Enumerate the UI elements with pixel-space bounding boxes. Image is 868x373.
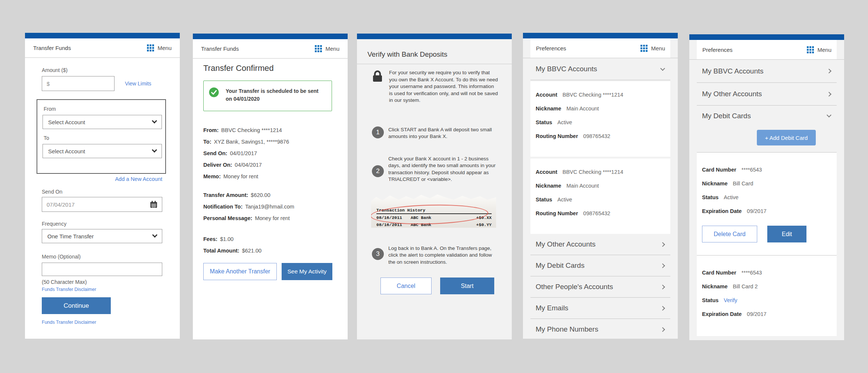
memo-hint: (50 Character Max) bbox=[42, 279, 180, 285]
see-my-activity-button[interactable]: See My Activity bbox=[282, 263, 332, 280]
chevron-down-icon bbox=[827, 113, 831, 117]
detail-row: Notification To:Tanja19@hmail.com bbox=[203, 203, 337, 210]
to-account-select[interactable]: Select Account bbox=[43, 144, 162, 158]
menu-grid-icon bbox=[640, 45, 648, 52]
verify-bank-deposits-panel: Verify with Bank Deposits For your secur… bbox=[357, 34, 512, 339]
from-label: From bbox=[44, 106, 162, 112]
funds-transfer-disclaimer-link-2[interactable]: Funds Transfer Disclaimer bbox=[42, 320, 96, 325]
debit-card-card: Card Number****6543 NicknameBill Card St… bbox=[697, 153, 837, 255]
add-debit-card-button[interactable]: + Add Debit Card bbox=[757, 130, 816, 145]
edit-card-button[interactable]: Edit bbox=[767, 226, 806, 242]
chevron-down-icon bbox=[152, 118, 157, 123]
success-alert-text: Your Transfer is scheduled to be sent on… bbox=[226, 87, 319, 103]
transaction-history-image: Transaction History 08/16/2011 ABC Bank … bbox=[371, 193, 496, 228]
frequency-label: Frequency bbox=[42, 221, 180, 227]
detail-row: Personal Message:Money for rent bbox=[203, 215, 337, 222]
to-label: To bbox=[44, 135, 162, 141]
chevron-down-icon bbox=[660, 66, 665, 71]
detail-row: Total Amount:$621.00 bbox=[203, 247, 337, 254]
calendar-icon[interactable] bbox=[150, 201, 157, 208]
chevron-right-icon bbox=[660, 327, 665, 332]
menu-label: Menu bbox=[817, 47, 831, 53]
step-1-text: Click START and Bank A will deposit two … bbox=[388, 126, 500, 140]
memo-input[interactable] bbox=[42, 263, 162, 276]
app-top-bar bbox=[25, 33, 180, 38]
menu-button[interactable]: Menu bbox=[807, 46, 831, 53]
step-3-text: Log back in to Bank A. On the Transfers … bbox=[388, 245, 500, 266]
verify-status-link[interactable]: Verify bbox=[724, 297, 737, 303]
menu-label: Menu bbox=[651, 45, 665, 51]
app-top-bar bbox=[689, 34, 844, 40]
delete-card-button[interactable]: Delete Card bbox=[702, 226, 757, 242]
check-circle-icon bbox=[209, 87, 219, 97]
view-limits-link[interactable]: View Limits bbox=[125, 81, 151, 87]
section-my-bbvc-accounts[interactable]: My BBVC Accounts bbox=[530, 58, 670, 80]
section-my-other-accounts[interactable]: My Other Accounts bbox=[530, 234, 670, 255]
app-top-bar bbox=[523, 33, 678, 38]
lock-icon bbox=[372, 70, 383, 83]
menu-button[interactable]: Menu bbox=[640, 45, 665, 52]
account-card: AccountBBVC Checking ****1214 NicknameMa… bbox=[530, 159, 670, 234]
cancel-button[interactable]: Cancel bbox=[380, 278, 432, 294]
chevron-right-icon bbox=[660, 285, 665, 289]
chevron-right-icon bbox=[660, 306, 665, 311]
chevron-down-icon bbox=[152, 147, 157, 153]
step-2-text: Check your Bank X account in 1 - 2 busin… bbox=[388, 156, 500, 183]
menu-grid-icon bbox=[807, 46, 814, 53]
section-other-peoples-accounts[interactable]: Other People's Accounts bbox=[530, 276, 670, 297]
divider bbox=[530, 80, 670, 80]
add-new-account-link[interactable]: Add a New Account bbox=[115, 176, 162, 182]
from-select-value: Select Account bbox=[48, 119, 85, 125]
divider bbox=[357, 64, 512, 64]
confirmed-title: Transfer Confirmed bbox=[203, 63, 337, 73]
funds-transfer-disclaimer-link[interactable]: Funds Transfer Disclaimer bbox=[42, 287, 96, 292]
debit-card-card: Card Number****6543 NicknameBill Card 2 … bbox=[697, 256, 837, 336]
amount-input[interactable]: $ bbox=[42, 76, 115, 91]
from-account-select[interactable]: Select Account bbox=[43, 115, 162, 129]
frequency-select[interactable]: One Time Transfer bbox=[42, 229, 162, 243]
verify-intro-text: For your security we require you to veri… bbox=[389, 69, 498, 104]
page-title: Preferences bbox=[702, 47, 733, 53]
detail-row: Memo:Money for rent bbox=[203, 173, 337, 180]
send-on-value: 07/04/2017 bbox=[47, 201, 75, 208]
section-my-debit-cards[interactable]: My Debit Cards bbox=[530, 255, 670, 276]
make-another-transfer-button[interactable]: Make Another Transfer bbox=[203, 263, 277, 280]
amount-placeholder: $ bbox=[47, 81, 50, 87]
from-to-group: From Select Account To Select Account bbox=[37, 99, 166, 174]
frequency-value: One Time Transfer bbox=[47, 233, 94, 239]
menu-button[interactable]: Menu bbox=[315, 45, 339, 52]
section-my-other-accounts[interactable]: My Other Accounts bbox=[697, 83, 837, 105]
app-top-bar bbox=[357, 34, 512, 39]
section-my-phone-numbers[interactable]: My Phone Numbers bbox=[530, 319, 670, 339]
detail-row: To:XYZ Bank, Savings1, *****9876 bbox=[203, 138, 337, 145]
chevron-right-icon bbox=[660, 263, 665, 268]
page-title: Transfer Funds bbox=[201, 46, 239, 52]
page-title: Preferences bbox=[536, 45, 566, 51]
start-button[interactable]: Start bbox=[440, 278, 494, 294]
detail-row: Send On:04/01/2017 bbox=[203, 150, 337, 157]
section-my-debit-cards[interactable]: My Debit Cards bbox=[697, 106, 837, 126]
section-my-emails[interactable]: My Emails bbox=[530, 298, 670, 319]
chevron-right-icon bbox=[660, 242, 665, 247]
section-my-bbvc-accounts[interactable]: My BBVC Accounts bbox=[697, 60, 837, 82]
detail-row: Fees:$1.00 bbox=[203, 236, 337, 243]
menu-grid-icon bbox=[147, 44, 154, 51]
preferences-accounts-panel: Preferences Menu My BBVC Accounts Accoun… bbox=[523, 33, 678, 339]
success-alert: Your Transfer is scheduled to be sent on… bbox=[203, 81, 332, 111]
send-on-date-input[interactable]: 07/04/2017 bbox=[42, 197, 162, 212]
to-select-value: Select Account bbox=[48, 148, 85, 154]
send-on-label: Send On bbox=[42, 189, 180, 195]
app-top-bar bbox=[193, 34, 348, 39]
preferences-debit-cards-panel: Preferences Menu My BBVC Accounts My Oth… bbox=[689, 34, 844, 340]
menu-label: Menu bbox=[325, 46, 339, 52]
detail-row: Transfer Amount:$620.00 bbox=[203, 192, 337, 199]
menu-button[interactable]: Menu bbox=[147, 44, 172, 51]
step-3-badge: 3 bbox=[372, 248, 384, 260]
page-title: Transfer Funds bbox=[33, 45, 71, 51]
account-card: AccountBBVC Checking ****1214 NicknameMa… bbox=[530, 81, 670, 157]
amount-label: Amount ($) bbox=[42, 67, 180, 73]
continue-button[interactable]: Continue bbox=[42, 297, 111, 314]
menu-grid-icon bbox=[315, 45, 322, 52]
transfer-funds-panel: Transfer Funds Menu Amount ($) $ View Li… bbox=[25, 33, 180, 339]
chevron-right-icon bbox=[827, 92, 831, 97]
